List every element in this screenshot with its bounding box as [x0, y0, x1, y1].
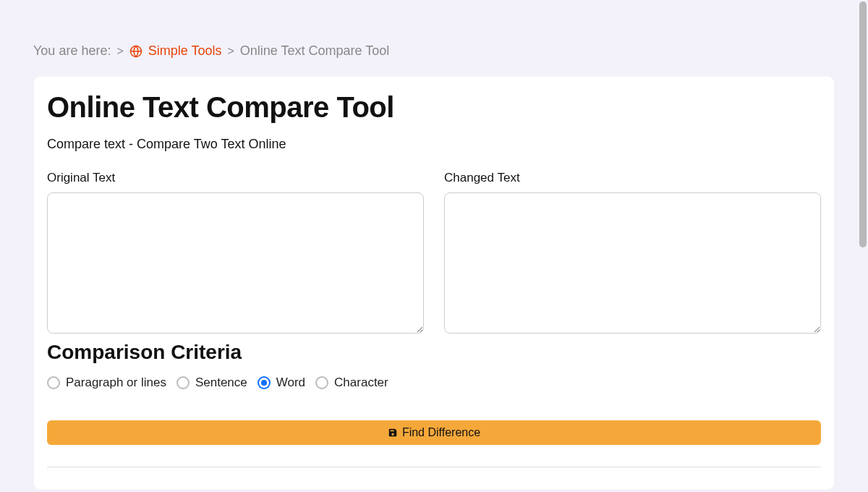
changed-text-input[interactable] — [444, 192, 821, 334]
radio-word[interactable]: Word — [258, 376, 305, 390]
radio-sentence-label: Sentence — [195, 376, 247, 390]
divider — [47, 467, 821, 467]
criteria-title: Comparison Criteria — [47, 341, 821, 364]
main-card: Online Text Compare Tool Compare text - … — [33, 76, 835, 490]
changed-text-column: Changed Text — [444, 171, 821, 334]
breadcrumb-current: Online Text Compare Tool — [240, 43, 389, 59]
globe-icon — [129, 45, 142, 58]
radio-paragraph-icon — [47, 376, 60, 389]
criteria-radio-group: Paragraph or lines Sentence Word Charact… — [47, 376, 821, 390]
breadcrumb-separator: > — [116, 45, 123, 58]
radio-word-icon — [258, 376, 271, 389]
original-text-label: Original Text — [47, 171, 424, 185]
disk-icon — [388, 428, 398, 438]
breadcrumb-prefix: You are here: — [33, 43, 111, 59]
breadcrumb-simple-tools-link[interactable]: Simple Tools — [148, 43, 222, 59]
radio-sentence[interactable]: Sentence — [176, 376, 247, 390]
original-text-column: Original Text — [47, 171, 424, 334]
radio-character-icon — [315, 376, 328, 389]
radio-character-label: Character — [334, 376, 388, 390]
scrollbar-track[interactable] — [858, 0, 868, 492]
text-inputs-row: Original Text Changed Text — [47, 171, 821, 334]
find-difference-label: Find Difference — [402, 426, 480, 439]
breadcrumb: You are here: > Simple Tools > Online Te… — [33, 0, 835, 76]
radio-word-label: Word — [276, 376, 305, 390]
radio-sentence-icon — [176, 376, 190, 389]
find-difference-button[interactable]: Find Difference — [47, 420, 821, 445]
original-text-input[interactable] — [47, 192, 424, 334]
scrollbar-thumb[interactable] — [859, 1, 867, 247]
changed-text-label: Changed Text — [444, 171, 821, 185]
page-subtitle: Compare text - Compare Two Text Online — [47, 137, 821, 152]
radio-paragraph[interactable]: Paragraph or lines — [47, 376, 166, 390]
radio-paragraph-label: Paragraph or lines — [66, 376, 166, 390]
breadcrumb-separator: > — [227, 45, 234, 58]
radio-character[interactable]: Character — [315, 376, 388, 390]
page-title: Online Text Compare Tool — [47, 91, 821, 124]
